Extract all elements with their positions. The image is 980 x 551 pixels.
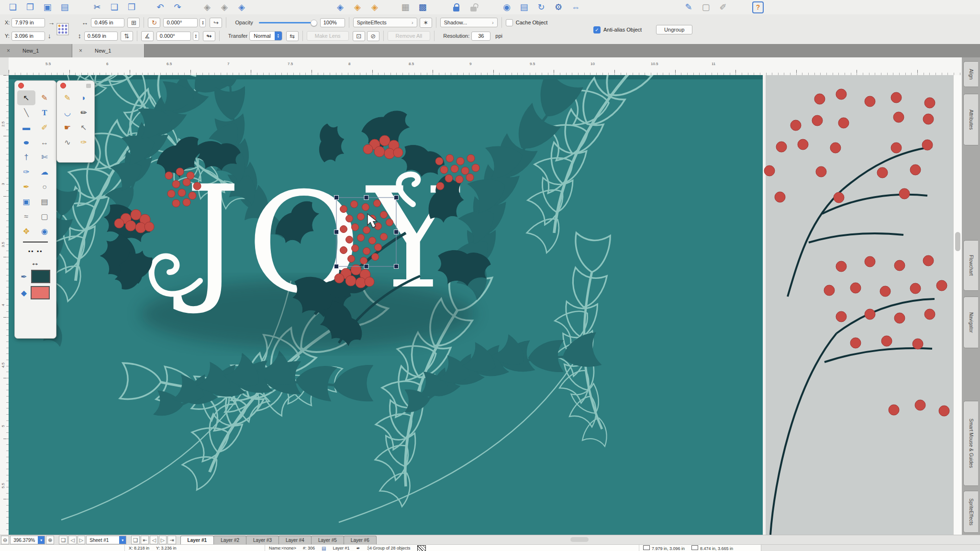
first-layer-button[interactable]: ⇤ bbox=[141, 536, 149, 544]
transfer-dropdown-icon[interactable]: ▴▾ bbox=[275, 32, 282, 40]
marker-tool[interactable]: ✑ bbox=[17, 165, 35, 179]
doc-tab-2[interactable]: × New_1 bbox=[72, 44, 145, 57]
fill-color-swatch[interactable] bbox=[31, 286, 50, 299]
smudge-tool[interactable]: ✐ bbox=[35, 120, 54, 135]
selection-handle[interactable] bbox=[394, 264, 399, 269]
print-icon[interactable]: ▤ bbox=[58, 1, 71, 13]
skew-input[interactable]: 0.000° bbox=[156, 32, 191, 41]
arc-tool[interactable]: ◡ bbox=[59, 105, 76, 120]
palette-close-icon[interactable] bbox=[18, 83, 24, 88]
skew-stepper[interactable]: ▴▾ bbox=[193, 32, 199, 41]
lock-icon[interactable] bbox=[450, 1, 462, 13]
prev-sheet-button[interactable]: ◁ bbox=[68, 536, 76, 544]
help-icon[interactable]: ? bbox=[752, 1, 764, 13]
new-document-icon[interactable]: ❏ bbox=[7, 1, 19, 13]
last-layer-button[interactable]: ⇥ bbox=[167, 536, 176, 544]
scale-options-button[interactable]: ⊞ bbox=[127, 18, 140, 28]
x-input[interactable]: 7.979 in bbox=[11, 18, 45, 27]
zoom-tool[interactable]: ◉ bbox=[35, 224, 54, 239]
zoom-out-button[interactable]: ⊖ bbox=[1, 536, 9, 544]
object-specs-icon[interactable]: ⚙ bbox=[552, 1, 565, 13]
antialias-checkbox[interactable]: ✓ Anti-alias Object bbox=[593, 26, 642, 33]
stamp-tool[interactable]: ▣ bbox=[17, 194, 35, 209]
rotation-stepper[interactable]: ▴▾ bbox=[200, 18, 206, 27]
lens-tool[interactable]: ○ bbox=[35, 179, 54, 194]
selection-handle[interactable] bbox=[394, 196, 399, 200]
ungroup-objects-icon[interactable]: ◈ bbox=[218, 1, 231, 13]
direct-select-tool[interactable]: ↖ bbox=[76, 120, 92, 135]
undo-icon[interactable]: ↶ bbox=[154, 1, 167, 13]
select-tool[interactable]: ↖ bbox=[17, 90, 35, 105]
brush-tool[interactable]: ✎ bbox=[35, 90, 54, 105]
bring-to-front-icon[interactable]: ◈ bbox=[351, 1, 364, 13]
stroke-width-sample[interactable] bbox=[17, 239, 54, 245]
selection-handle[interactable] bbox=[334, 230, 339, 234]
stroke-color-swatch[interactable] bbox=[31, 270, 50, 283]
pen-tool[interactable]: ✎ bbox=[59, 90, 76, 105]
ungroup-button[interactable]: Ungroup bbox=[656, 25, 692, 34]
selection-handle[interactable] bbox=[334, 264, 339, 269]
transfer-mode-select[interactable]: Normal ▴▾ bbox=[249, 31, 282, 41]
layer-tab-6[interactable]: Layer #6 bbox=[344, 536, 377, 545]
send-to-layer-icon[interactable]: ◈ bbox=[334, 1, 346, 13]
eyedropper-tool[interactable]: † bbox=[17, 150, 35, 165]
dash-style-selector[interactable]: ▪▪ ▪▪ bbox=[17, 245, 54, 257]
knife-tool[interactable]: ✄ bbox=[35, 150, 54, 165]
flip-button[interactable]: ⇅ bbox=[121, 31, 133, 41]
remove-all-button[interactable]: Remove All bbox=[388, 31, 431, 41]
duplicate-layer-button[interactable]: ❑ bbox=[131, 536, 140, 544]
wedge-tool[interactable]: ◗ bbox=[76, 90, 92, 105]
make-lens-button[interactable]: Make Lens bbox=[307, 31, 349, 41]
annotate-icon[interactable]: ✐ bbox=[717, 1, 729, 13]
opacity-value[interactable]: 100% bbox=[320, 18, 345, 27]
layer-tab-1[interactable]: Layer #1 bbox=[180, 536, 214, 545]
hand-tool[interactable]: ✥ bbox=[17, 224, 35, 239]
snap-grid-icon[interactable]: ▩ bbox=[416, 1, 429, 13]
panel-tab-smart-mouse[interactable]: Smart Mouse & Guides bbox=[963, 401, 978, 486]
transfer-options-button[interactable]: ⇆ bbox=[286, 31, 299, 41]
zoom-dropdown-icon[interactable]: ▾ bbox=[38, 536, 45, 544]
open-document-icon[interactable]: ❐ bbox=[24, 1, 36, 13]
cut-icon[interactable]: ✂ bbox=[91, 1, 103, 13]
horizontal-scrollbar-thumb[interactable] bbox=[570, 537, 589, 542]
rotation-input[interactable]: 0.000° bbox=[163, 18, 198, 27]
paste-icon[interactable]: ❒ bbox=[125, 1, 138, 13]
selection-handle[interactable] bbox=[394, 230, 399, 234]
sheet-dropdown-icon[interactable]: ▾ bbox=[119, 536, 126, 544]
orient-path-button[interactable]: ↪ bbox=[210, 18, 222, 28]
skew-button[interactable]: ∡ bbox=[141, 31, 154, 41]
shadow-menu[interactable]: Shadow...› bbox=[440, 18, 498, 27]
sheet-select[interactable]: Sheet #1 ▾ bbox=[86, 536, 126, 544]
redo-icon[interactable]: ↷ bbox=[171, 1, 184, 13]
push-tool[interactable]: ☛ bbox=[59, 120, 76, 135]
copy-icon[interactable]: ❑ bbox=[108, 1, 121, 13]
panel-tab-navigator[interactable]: Navigator bbox=[963, 297, 978, 348]
palette-header[interactable] bbox=[15, 81, 56, 90]
resolution-input[interactable]: 36 bbox=[471, 32, 490, 41]
spriteeffects-menu[interactable]: SpriteEffects› bbox=[353, 18, 417, 27]
doc-tab-1[interactable]: × New_1 bbox=[0, 44, 72, 57]
close-tab-icon[interactable]: × bbox=[7, 47, 10, 54]
close-tab-icon[interactable]: × bbox=[79, 47, 82, 54]
curve-tool[interactable]: ∿ bbox=[59, 135, 76, 150]
rectangle-tool[interactable]: ▬ bbox=[17, 120, 35, 135]
panel-tab-flowchart[interactable]: Flowchart bbox=[963, 240, 978, 291]
palette-header[interactable] bbox=[57, 81, 94, 90]
group-objects-icon[interactable]: ◈ bbox=[201, 1, 213, 13]
paint-edit-icon[interactable]: ✎ bbox=[682, 1, 695, 13]
height-input[interactable]: 0.569 in bbox=[84, 32, 118, 41]
layer-tab-4[interactable]: Layer #4 bbox=[278, 536, 312, 545]
document-canvas[interactable]: J O Y bbox=[9, 75, 953, 535]
lasso-tool[interactable]: ≈ bbox=[17, 209, 35, 224]
next-layer-button[interactable]: ▷ bbox=[159, 536, 167, 544]
zoom-level-select[interactable]: 396.379% ▾ bbox=[10, 536, 45, 544]
marquee-tool[interactable]: ▢ bbox=[35, 209, 54, 224]
send-to-back-icon[interactable]: ◈ bbox=[368, 1, 381, 13]
rotate-button[interactable]: ↻ bbox=[148, 18, 160, 28]
vertical-scrollbar-thumb[interactable] bbox=[955, 232, 960, 251]
panel-tab-spriteeffects[interactable]: SpriteEffects bbox=[963, 491, 978, 533]
save-document-icon[interactable]: ▣ bbox=[41, 1, 54, 13]
dimensions-icon[interactable]: ⇔ bbox=[569, 1, 582, 13]
selection-handle[interactable] bbox=[334, 196, 339, 200]
ellipse-tool[interactable]: ● bbox=[13, 135, 40, 150]
